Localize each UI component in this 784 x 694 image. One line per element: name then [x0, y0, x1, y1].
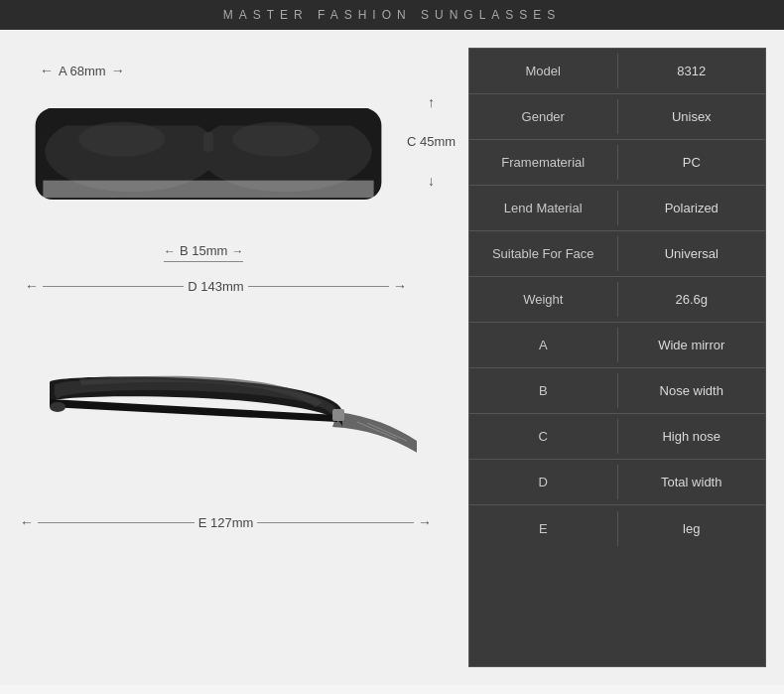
svg-rect-10	[332, 409, 344, 421]
dim-c-label: C 45mm	[407, 134, 456, 149]
page-header: MASTER FASHION SUNGLASSES	[0, 0, 784, 30]
dim-d-label: D 143mm	[188, 279, 243, 294]
spec-key: Gender	[469, 99, 618, 134]
top-view-svg	[25, 79, 392, 233]
spec-key: Weight	[469, 282, 618, 317]
spec-value: 8312	[618, 54, 766, 88]
svg-point-7	[232, 122, 319, 157]
spec-row: Lend MaterialPolarized	[469, 186, 765, 231]
spec-row: Eleg	[469, 505, 765, 551]
spec-row: Suitable For FaceUniversal	[469, 231, 765, 277]
spec-key: Lend Material	[469, 191, 618, 225]
spec-value: PC	[618, 145, 766, 180]
spec-key: A	[469, 328, 618, 362]
dim-b-label: B 15mm	[180, 243, 227, 258]
spec-row: GenderUnisex	[469, 94, 765, 140]
spec-row: DTotal width	[469, 460, 765, 505]
spec-key: B	[469, 373, 618, 408]
spec-key: D	[469, 465, 618, 499]
spec-key: Suitable For Face	[469, 236, 618, 271]
spec-value: leg	[618, 511, 766, 546]
spec-value: Polarized	[618, 191, 766, 225]
spec-row: Weight26.6g	[469, 277, 765, 323]
diagram-panel: ← A 68mm →	[0, 30, 468, 685]
svg-rect-5	[43, 181, 373, 198]
spec-key: E	[469, 511, 618, 546]
side-view-diagram: ← E 127mm →	[10, 357, 458, 576]
spec-key: Model	[469, 54, 618, 88]
svg-point-6	[78, 122, 165, 157]
spec-value: High nose	[618, 419, 766, 454]
spec-key: C	[469, 419, 618, 454]
spec-row: CHigh nose	[469, 414, 765, 460]
dim-a-label: A 68mm	[59, 64, 106, 78]
spec-row: FramematerialPC	[469, 140, 765, 186]
spec-value: Universal	[618, 236, 766, 271]
spec-row: BNose width	[469, 368, 765, 414]
spec-value: Unisex	[618, 99, 766, 134]
top-view-diagram: ← A 68mm →	[10, 45, 458, 352]
specs-table: Model8312GenderUnisexFramematerialPCLend…	[468, 48, 766, 667]
spec-row: Model8312	[469, 49, 765, 94]
spec-value: Wide mirror	[618, 328, 766, 362]
header-title: MASTER FASHION SUNGLASSES	[223, 8, 562, 22]
spec-value: 26.6g	[618, 282, 766, 317]
side-view-svg	[20, 357, 417, 511]
main-content: ← A 68mm →	[0, 30, 784, 685]
spec-key: Framematerial	[469, 145, 618, 180]
spec-value: Total width	[618, 465, 766, 499]
svg-rect-4	[43, 108, 373, 125]
dim-e-label: E 127mm	[198, 515, 254, 530]
svg-rect-3	[203, 132, 213, 151]
spec-value: Nose width	[618, 373, 766, 408]
spec-row: AWide mirror	[469, 323, 765, 368]
svg-point-9	[50, 402, 65, 412]
